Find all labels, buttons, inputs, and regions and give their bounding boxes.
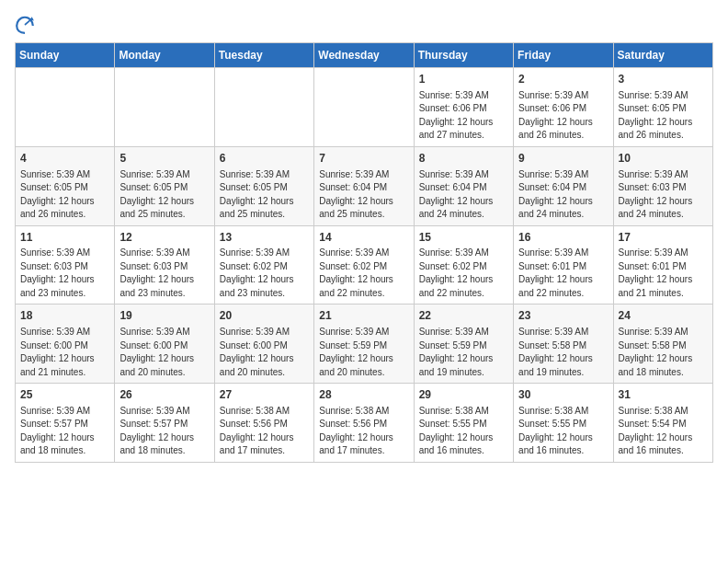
day-info: Sunrise: 5:39 AM Sunset: 6:04 PM Dayligh… bbox=[518, 168, 608, 222]
day-number: 23 bbox=[518, 308, 608, 324]
day-number: 5 bbox=[119, 151, 209, 167]
day-number: 31 bbox=[619, 387, 708, 403]
day-number: 24 bbox=[619, 308, 708, 324]
calendar-week-row: 4Sunrise: 5:39 AM Sunset: 6:05 PM Daylig… bbox=[16, 146, 713, 225]
calendar-day-cell bbox=[214, 68, 313, 147]
day-info: Sunrise: 5:39 AM Sunset: 6:05 PM Dayligh… bbox=[119, 168, 209, 222]
day-number: 27 bbox=[220, 387, 309, 403]
day-info: Sunrise: 5:39 AM Sunset: 6:05 PM Dayligh… bbox=[220, 168, 309, 222]
day-info: Sunrise: 5:38 AM Sunset: 5:55 PM Dayligh… bbox=[518, 405, 608, 458]
calendar-day-cell: 24Sunrise: 5:39 AM Sunset: 5:58 PM Dayli… bbox=[613, 304, 712, 384]
day-info: Sunrise: 5:39 AM Sunset: 6:03 PM Dayligh… bbox=[119, 247, 209, 300]
day-info: Sunrise: 5:39 AM Sunset: 6:05 PM Dayligh… bbox=[619, 89, 708, 143]
calendar-day-cell: 18Sunrise: 5:39 AM Sunset: 6:00 PM Dayli… bbox=[16, 304, 115, 384]
day-info: Sunrise: 5:38 AM Sunset: 5:56 PM Dayligh… bbox=[319, 405, 408, 458]
day-info: Sunrise: 5:39 AM Sunset: 6:05 PM Dayligh… bbox=[20, 168, 109, 222]
calendar-day-cell: 5Sunrise: 5:39 AM Sunset: 6:05 PM Daylig… bbox=[115, 146, 214, 225]
day-info: Sunrise: 5:39 AM Sunset: 6:02 PM Dayligh… bbox=[220, 247, 309, 300]
day-number: 11 bbox=[20, 230, 109, 246]
calendar-day-cell: 2Sunrise: 5:39 AM Sunset: 6:06 PM Daylig… bbox=[514, 68, 613, 147]
day-info: Sunrise: 5:39 AM Sunset: 6:04 PM Dayligh… bbox=[419, 168, 508, 222]
day-info: Sunrise: 5:38 AM Sunset: 5:56 PM Dayligh… bbox=[220, 405, 309, 458]
day-info: Sunrise: 5:39 AM Sunset: 6:00 PM Dayligh… bbox=[220, 326, 309, 379]
day-number: 12 bbox=[119, 230, 209, 246]
calendar-day-cell: 27Sunrise: 5:38 AM Sunset: 5:56 PM Dayli… bbox=[214, 384, 313, 463]
calendar-day-cell: 19Sunrise: 5:39 AM Sunset: 6:00 PM Dayli… bbox=[115, 304, 214, 384]
calendar-day-cell: 15Sunrise: 5:39 AM Sunset: 6:02 PM Dayli… bbox=[414, 225, 513, 304]
logo-icon bbox=[15, 15, 35, 35]
day-info: Sunrise: 5:39 AM Sunset: 6:02 PM Dayligh… bbox=[319, 247, 408, 300]
day-info: Sunrise: 5:38 AM Sunset: 5:54 PM Dayligh… bbox=[619, 405, 708, 458]
calendar-day-cell: 9Sunrise: 5:39 AM Sunset: 6:04 PM Daylig… bbox=[514, 146, 613, 225]
page-header bbox=[15, 15, 713, 35]
day-info: Sunrise: 5:39 AM Sunset: 6:00 PM Dayligh… bbox=[119, 326, 209, 379]
calendar-table: SundayMondayTuesdayWednesdayThursdayFrid… bbox=[15, 42, 713, 463]
calendar-day-cell: 25Sunrise: 5:39 AM Sunset: 5:57 PM Dayli… bbox=[16, 384, 115, 463]
calendar-day-header: Saturday bbox=[613, 43, 712, 68]
calendar-header-row: SundayMondayTuesdayWednesdayThursdayFrid… bbox=[16, 43, 713, 68]
day-number: 15 bbox=[419, 230, 508, 246]
calendar-day-cell: 7Sunrise: 5:39 AM Sunset: 6:04 PM Daylig… bbox=[314, 146, 414, 225]
day-number: 29 bbox=[419, 387, 508, 403]
calendar-day-cell: 1Sunrise: 5:39 AM Sunset: 6:06 PM Daylig… bbox=[414, 68, 513, 147]
day-info: Sunrise: 5:39 AM Sunset: 6:06 PM Dayligh… bbox=[419, 89, 508, 143]
day-number: 3 bbox=[619, 72, 708, 87]
calendar-day-cell: 8Sunrise: 5:39 AM Sunset: 6:04 PM Daylig… bbox=[414, 146, 513, 225]
calendar-day-cell: 6Sunrise: 5:39 AM Sunset: 6:05 PM Daylig… bbox=[214, 146, 313, 225]
day-info: Sunrise: 5:39 AM Sunset: 6:04 PM Dayligh… bbox=[319, 168, 408, 222]
day-number: 28 bbox=[319, 387, 408, 403]
day-number: 30 bbox=[518, 387, 608, 403]
day-number: 22 bbox=[419, 308, 508, 324]
calendar-week-row: 1Sunrise: 5:39 AM Sunset: 6:06 PM Daylig… bbox=[16, 68, 713, 147]
day-number: 1 bbox=[419, 72, 508, 87]
calendar-day-cell: 12Sunrise: 5:39 AM Sunset: 6:03 PM Dayli… bbox=[115, 225, 214, 304]
day-info: Sunrise: 5:38 AM Sunset: 5:55 PM Dayligh… bbox=[419, 405, 508, 458]
day-info: Sunrise: 5:39 AM Sunset: 6:01 PM Dayligh… bbox=[619, 247, 708, 300]
day-number: 2 bbox=[518, 72, 608, 87]
calendar-day-cell bbox=[115, 68, 214, 147]
day-number: 16 bbox=[518, 230, 608, 246]
calendar-day-cell: 3Sunrise: 5:39 AM Sunset: 6:05 PM Daylig… bbox=[613, 68, 712, 147]
day-info: Sunrise: 5:39 AM Sunset: 6:03 PM Dayligh… bbox=[20, 247, 109, 300]
day-info: Sunrise: 5:39 AM Sunset: 6:06 PM Dayligh… bbox=[518, 89, 608, 143]
day-number: 26 bbox=[119, 387, 209, 403]
calendar-day-cell: 30Sunrise: 5:38 AM Sunset: 5:55 PM Dayli… bbox=[514, 384, 613, 463]
calendar-day-cell: 28Sunrise: 5:38 AM Sunset: 5:56 PM Dayli… bbox=[314, 384, 414, 463]
calendar-day-cell: 4Sunrise: 5:39 AM Sunset: 6:05 PM Daylig… bbox=[16, 146, 115, 225]
day-number: 25 bbox=[20, 387, 109, 403]
day-number: 8 bbox=[419, 151, 508, 167]
calendar-day-header: Wednesday bbox=[314, 43, 414, 68]
calendar-day-cell: 20Sunrise: 5:39 AM Sunset: 6:00 PM Dayli… bbox=[214, 304, 313, 384]
day-info: Sunrise: 5:39 AM Sunset: 5:57 PM Dayligh… bbox=[119, 405, 209, 458]
day-number: 7 bbox=[319, 151, 408, 167]
calendar-day-header: Friday bbox=[514, 43, 613, 68]
calendar-day-cell: 13Sunrise: 5:39 AM Sunset: 6:02 PM Dayli… bbox=[214, 225, 313, 304]
calendar-day-header: Thursday bbox=[414, 43, 513, 68]
calendar-day-cell: 26Sunrise: 5:39 AM Sunset: 5:57 PM Dayli… bbox=[115, 384, 214, 463]
day-number: 10 bbox=[619, 151, 708, 167]
calendar-day-header: Sunday bbox=[16, 43, 115, 68]
logo bbox=[15, 15, 39, 35]
calendar-week-row: 11Sunrise: 5:39 AM Sunset: 6:03 PM Dayli… bbox=[16, 225, 713, 304]
calendar-day-cell: 22Sunrise: 5:39 AM Sunset: 5:59 PM Dayli… bbox=[414, 304, 513, 384]
day-info: Sunrise: 5:39 AM Sunset: 5:58 PM Dayligh… bbox=[619, 326, 708, 379]
day-number: 19 bbox=[119, 308, 209, 324]
calendar-day-cell: 17Sunrise: 5:39 AM Sunset: 6:01 PM Dayli… bbox=[613, 225, 712, 304]
calendar-day-cell: 10Sunrise: 5:39 AM Sunset: 6:03 PM Dayli… bbox=[613, 146, 712, 225]
day-info: Sunrise: 5:39 AM Sunset: 5:59 PM Dayligh… bbox=[419, 326, 508, 379]
day-info: Sunrise: 5:39 AM Sunset: 5:57 PM Dayligh… bbox=[20, 405, 109, 458]
calendar-week-row: 25Sunrise: 5:39 AM Sunset: 5:57 PM Dayli… bbox=[16, 384, 713, 463]
day-number: 13 bbox=[220, 230, 309, 246]
day-info: Sunrise: 5:39 AM Sunset: 5:58 PM Dayligh… bbox=[518, 326, 608, 379]
calendar-day-cell: 29Sunrise: 5:38 AM Sunset: 5:55 PM Dayli… bbox=[414, 384, 513, 463]
day-number: 4 bbox=[20, 151, 109, 167]
day-info: Sunrise: 5:39 AM Sunset: 6:03 PM Dayligh… bbox=[619, 168, 708, 222]
day-info: Sunrise: 5:39 AM Sunset: 6:01 PM Dayligh… bbox=[518, 247, 608, 300]
day-info: Sunrise: 5:39 AM Sunset: 6:00 PM Dayligh… bbox=[20, 326, 109, 379]
day-info: Sunrise: 5:39 AM Sunset: 5:59 PM Dayligh… bbox=[319, 326, 408, 379]
day-number: 21 bbox=[319, 308, 408, 324]
calendar-day-cell: 16Sunrise: 5:39 AM Sunset: 6:01 PM Dayli… bbox=[514, 225, 613, 304]
calendar-day-cell: 23Sunrise: 5:39 AM Sunset: 5:58 PM Dayli… bbox=[514, 304, 613, 384]
calendar-day-cell: 11Sunrise: 5:39 AM Sunset: 6:03 PM Dayli… bbox=[16, 225, 115, 304]
calendar-day-cell bbox=[16, 68, 115, 147]
